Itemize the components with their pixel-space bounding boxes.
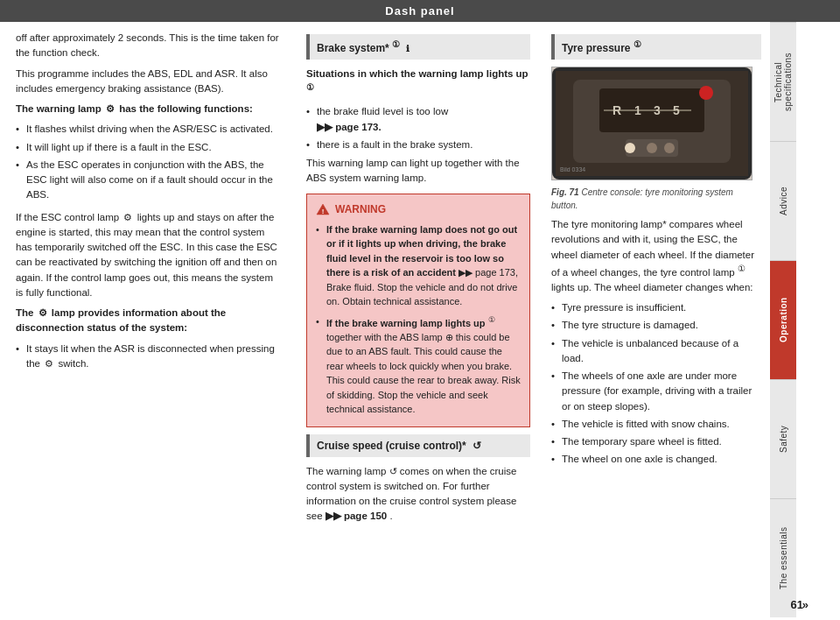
tab-advice[interactable]: Advice — [770, 141, 796, 260]
cruise-section-title: Cruise speed (cruise control)* — [317, 440, 466, 452]
tyre-icon2: ① — [738, 264, 746, 273]
svg-text:!: ! — [322, 208, 325, 215]
bullet-asr-disconnected: It stays lit when the ASR is disconnecte… — [16, 342, 282, 372]
middle-column: Brake system* ① ℹ Situations in which th… — [298, 22, 542, 617]
header-title: Dash panel — [385, 4, 454, 18]
tab-safety[interactable]: Safety — [770, 379, 796, 498]
warning-bullet-2: If the brake warning lamp lights up ① to… — [316, 314, 521, 417]
main-layout: off after approximately 2 seconds. This … — [0, 22, 840, 617]
warning-bullet-1: If the brake warning lamp does not go ou… — [316, 222, 521, 309]
svg-point-11 — [625, 143, 635, 153]
svg-text:Bild 0334: Bild 0334 — [560, 166, 585, 173]
intro-p2: This programme includes the ABS, EDL and… — [16, 67, 282, 97]
tyre-section-title: Tyre pressure — [562, 42, 631, 54]
cruise-lamp-icon: ↺ — [389, 466, 397, 476]
sidebar-tabs: Technical specifications Advice Operatio… — [770, 22, 796, 617]
warning-header: ! WARNING — [316, 201, 521, 217]
lamp-info-heading-para: The ⚙ lamp provides information about th… — [16, 306, 282, 336]
bullet-abs-fault: As the ESC operates in conjunction with … — [16, 158, 282, 203]
bullet-tyre-pressure: Tyre pressure is insufficient. — [551, 300, 761, 315]
tyre-image: R 1 3 5 Bild 0334 — [551, 67, 752, 180]
brake-section-header: Brake system* ① ℹ — [306, 34, 530, 60]
tyre-section-header: Tyre pressure ① — [551, 34, 761, 60]
control-lamp-para: If the ESC control lamp ⚙ lights up and … — [16, 210, 282, 301]
console-simulation: R 1 3 5 Bild 0334 — [552, 67, 752, 180]
warning-bullets: If the brake warning lamp does not go ou… — [316, 222, 521, 417]
cruise-text-para: The warning lamp ↺ comes on when the cru… — [306, 464, 530, 525]
warning-triangle-icon: ! — [316, 202, 330, 216]
double-arrow: » — [802, 598, 808, 611]
warning-lamp-bullets: It flashes whilst driving when the ASR/E… — [16, 122, 282, 202]
bullet-brake-fluid: the brake fluid level is too low ▶▶ page… — [306, 104, 530, 135]
bullet-tyre-axle-pressure: The wheels of one axle are under more pr… — [551, 369, 761, 414]
bullet-tyre-unbalanced: The vehicle is unbalanced because of a l… — [551, 336, 761, 367]
lamp-info-bullets: It stays lit when the ASR is disconnecte… — [16, 342, 282, 372]
tab-technical-specifications[interactable]: Technical specifications — [770, 22, 796, 141]
bullet-fault-esc: It will light up if there is a fault in … — [16, 140, 282, 155]
brake-icon: ① — [392, 39, 400, 49]
warning-box: ! WARNING If the brake warning lamp does… — [306, 194, 530, 427]
intro-p1: off after approximately 2 seconds. This … — [16, 31, 282, 61]
tyre-text-para: The tyre monitoring lamp* compares wheel… — [551, 217, 761, 295]
warning-lamp-icon: ⚙ — [106, 103, 115, 114]
bullet-asr: It flashes whilst driving when the ASR/E… — [16, 122, 282, 137]
bullet-tyre-spare: The temporary spare wheel is fitted. — [551, 434, 761, 449]
svg-point-14 — [699, 86, 713, 100]
page-header: Dash panel — [0, 0, 840, 22]
tyre-icon: ① — [634, 39, 641, 49]
console-svg: R 1 3 5 Bild 0334 — [556, 71, 748, 176]
svg-point-12 — [647, 143, 657, 153]
warning-label: WARNING — [335, 201, 386, 217]
bullet-tyre-structure: The tyre structure is damaged. — [551, 318, 761, 333]
left-column: off after approximately 2 seconds. This … — [0, 22, 298, 617]
together-text: This warning lamp can light up together … — [306, 156, 530, 187]
cruise-icon: ↺ — [472, 440, 481, 452]
bullet-brake-fault: there is a fault in the brake system. — [306, 137, 530, 152]
bullet-tyre-snow-chains: The vehicle is fitted with snow chains. — [551, 417, 761, 432]
brake-situations-bullets: the brake fluid level is too low ▶▶ page… — [306, 104, 530, 152]
bullet-tyre-wheel-change: The wheel on one axle is changed. — [551, 452, 761, 467]
brake-section-title: Brake system* — [317, 42, 389, 54]
fig-caption-para: Fig. 71 Centre console: tyre monitoring … — [551, 186, 761, 212]
lamp-info-icon: ⚙ — [38, 307, 47, 318]
situations-heading: Situations in which the warning lamp lig… — [306, 67, 530, 99]
tab-operation[interactable]: Operation — [770, 260, 796, 379]
brake-info-icon: ℹ — [406, 44, 410, 53]
tyre-bullets: Tyre pressure is insufficient. The tyre … — [551, 300, 761, 468]
warning-lamp-heading: The warning lamp ⚙ has the following fun… — [16, 102, 282, 116]
lamp-switch-icon: ⚙ — [45, 358, 53, 369]
right-column: Tyre pressure ① R 1 3 5 — [542, 22, 770, 617]
svg-point-13 — [664, 143, 675, 153]
cruise-section-header: Cruise speed (cruise control)* ↺ — [306, 434, 530, 457]
control-lamp-icon: ⚙ — [123, 212, 132, 222]
